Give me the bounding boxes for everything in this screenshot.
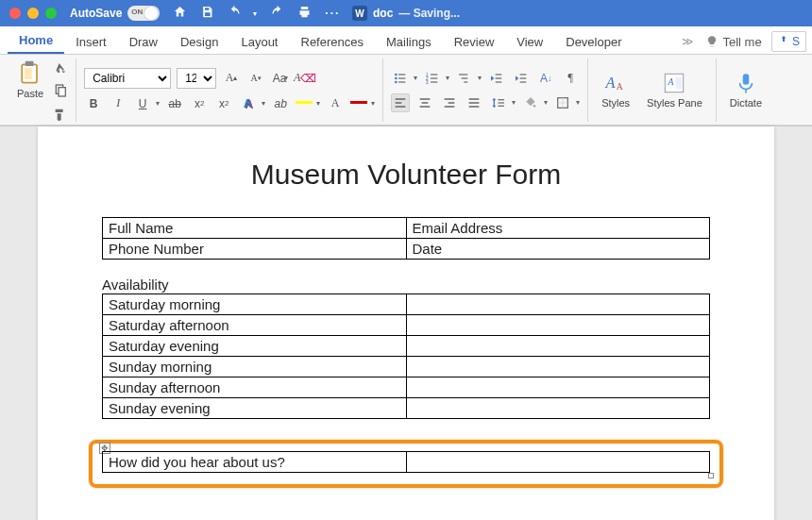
availability-table[interactable]: Saturday morning Saturday afternoon Satu… [102,294,710,419]
slot-cell[interactable]: Saturday evening [103,336,407,357]
tab-mailings[interactable]: Mailings [375,29,443,54]
strike-button[interactable]: ab [165,94,184,113]
svg-rect-18 [462,77,468,78]
redo-icon[interactable] [270,5,284,22]
indent-left-icon[interactable] [487,69,506,88]
cell-fullname[interactable]: Full Name [103,218,407,239]
slot-cell[interactable]: Sunday evening [103,398,407,419]
line-spacing-icon[interactable] [489,93,508,112]
superscript-button[interactable]: x2 [214,94,233,113]
home-icon[interactable] [173,5,187,22]
show-marks-icon[interactable]: ¶ [561,69,580,88]
tab-draw[interactable]: Draw [118,29,169,54]
svg-rect-19 [464,81,467,82]
grow-font-icon[interactable]: A▴ [222,69,241,88]
numbering-icon[interactable]: 123 [423,69,442,88]
multilevel-icon[interactable] [455,69,474,88]
table-resize-handle-icon[interactable] [708,473,714,478]
slot-cell[interactable]: Sunday afternoon [103,377,407,398]
font-size-select[interactable]: 12 [177,68,216,89]
undo-more-icon[interactable]: ▾ [253,9,257,18]
sort-icon[interactable]: A↓ [536,69,555,88]
share-button[interactable]: S [771,31,806,52]
page[interactable]: Museum Volunteer Form Full Name Email Ad… [38,126,774,520]
undo-icon[interactable] [228,5,242,22]
justify-icon[interactable] [465,93,483,112]
align-left-icon[interactable] [391,93,410,112]
close-window-button[interactable] [9,8,21,19]
shrink-font-icon[interactable]: A▾ [246,69,265,88]
subscript-button[interactable]: x2 [190,94,209,113]
svg-rect-12 [431,74,437,75]
tab-developer[interactable]: Developer [554,29,633,54]
cell-question[interactable]: How did you hear about us? [103,452,407,473]
clear-format-icon[interactable]: A⌫ [296,69,314,88]
svg-rect-38 [498,99,504,100]
svg-rect-40 [498,105,504,106]
more-icon[interactable]: ··· [325,7,340,20]
tellme-search[interactable]: Tell me [705,35,761,49]
bold-button[interactable]: B [84,94,103,113]
dictate-button[interactable]: Dictate [724,69,768,110]
bullets-icon[interactable] [391,69,410,88]
copy-icon[interactable] [53,83,68,101]
tab-review[interactable]: Review [443,29,506,54]
svg-rect-49 [676,77,683,90]
slot-empty[interactable] [406,315,710,336]
align-center-icon[interactable] [415,93,434,112]
slot-cell[interactable]: Saturday morning [103,294,407,315]
save-icon[interactable] [200,5,214,22]
paste-label: Paste [17,88,43,99]
font-name-select[interactable]: Calibri [84,68,171,89]
text-effects-icon[interactable]: A [239,94,258,113]
align-right-icon[interactable] [440,93,459,112]
font-color-icon[interactable]: A [326,94,345,113]
slot-empty[interactable] [406,398,710,419]
cell-email[interactable]: Email Address [406,218,710,239]
tabs-overflow-icon[interactable]: ≫ [682,35,694,48]
cell-date[interactable]: Date [406,239,710,260]
slot-empty[interactable] [406,294,710,315]
bulb-icon [705,35,719,48]
table-row: Sunday afternoon [103,377,710,398]
svg-rect-27 [396,102,402,103]
group-font: Calibri 12 A▴ A▾ Aa▾ A⌫ B I U▾ ab x2 x2 … [76,59,383,122]
autosave-label: AutoSave [70,7,122,20]
tab-view[interactable]: View [505,29,554,54]
indent-right-icon[interactable] [512,69,531,88]
minimize-window-button[interactable] [27,8,39,19]
question-table[interactable]: How did you hear about us? [102,451,710,473]
borders-icon[interactable] [553,93,572,112]
tab-references[interactable]: References [290,29,375,54]
change-case-icon[interactable]: Aa▾ [271,69,290,88]
slot-empty[interactable] [406,336,710,357]
italic-button[interactable]: I [109,94,127,113]
slot-empty[interactable] [406,377,710,398]
shading-icon[interactable] [521,93,540,112]
paste-button[interactable]: Paste [13,58,47,101]
underline-more[interactable]: ▾ [156,99,160,108]
tab-layout[interactable]: Layout [229,29,289,54]
styles-button[interactable]: AA Styles [596,59,635,122]
tab-home[interactable]: Home [8,27,64,54]
slot-empty[interactable] [406,357,710,377]
zoom-window-button[interactable] [45,8,57,19]
format-painter-icon[interactable] [53,107,68,125]
cell-answer[interactable] [406,452,710,473]
svg-rect-26 [396,98,406,99]
slot-cell[interactable]: Saturday afternoon [103,315,407,336]
svg-rect-20 [496,74,502,75]
cell-phone[interactable]: Phone Number [103,239,407,260]
contact-table[interactable]: Full Name Email Address Phone Number Dat… [102,217,710,260]
tab-design[interactable]: Design [169,29,229,54]
tab-insert[interactable]: Insert [64,29,118,54]
print-icon[interactable] [297,5,312,22]
highlight-color-icon[interactable]: ab [271,94,290,113]
document-area[interactable]: Museum Volunteer Form Full Name Email Ad… [0,126,812,520]
styles-pane-button[interactable]: A Styles Pane [641,59,708,122]
autosave-toggle[interactable]: AutoSave ON [70,6,160,21]
autosave-switch[interactable]: ON [127,6,160,21]
cut-icon[interactable] [53,59,68,77]
underline-button[interactable]: U [133,94,152,113]
slot-cell[interactable]: Sunday morning [103,357,407,377]
